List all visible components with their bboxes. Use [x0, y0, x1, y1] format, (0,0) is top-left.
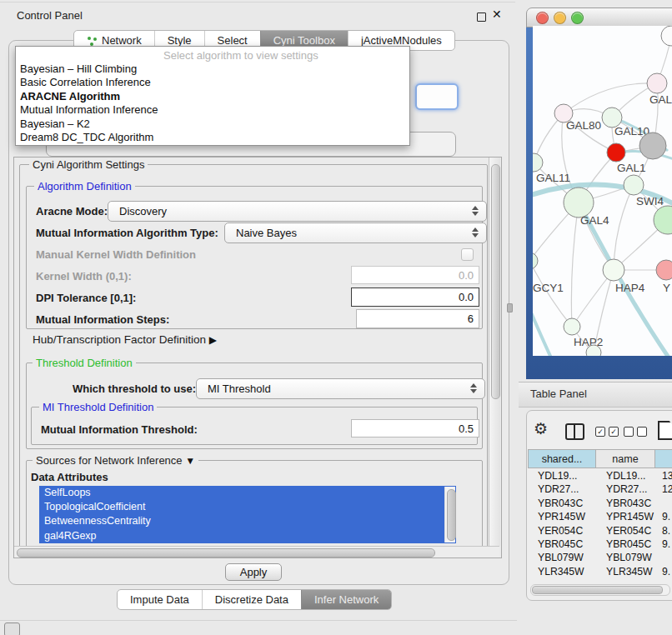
network-node-gal[interactable]	[647, 73, 667, 93]
table-panel: ⚙ ✓ ✓ shared... name YDL19...YDL19...13Y…	[526, 410, 672, 601]
table-cell: YPR145W	[528, 510, 596, 523]
table-header-row: shared... name	[528, 449, 672, 468]
hub-definition-toggle[interactable]: Hub/Transcription Factor Definition ▶	[33, 333, 217, 346]
scrollbar-thumb[interactable]	[532, 586, 663, 594]
which-threshold-combo[interactable]: MI Threshold	[196, 378, 485, 399]
dock-divider	[0, 620, 517, 621]
scrollbar-thumb[interactable]	[447, 489, 456, 541]
algorithm-option[interactable]: Mutual Information Inference	[16, 103, 409, 117]
docked-panel-icon[interactable]	[4, 622, 20, 635]
tab-label: Infer Network	[314, 593, 379, 606]
gear-icon[interactable]: ⚙	[534, 419, 548, 438]
table-row[interactable]: YBR043CYBR043C	[528, 497, 672, 510]
list-vertical-scrollbar[interactable]	[444, 487, 455, 542]
aracne-mode-combo[interactable]: Discovery	[108, 201, 487, 222]
table-cell: 12	[658, 482, 672, 496]
close-panel-icon[interactable]: ✕	[492, 8, 502, 21]
focused-combo-fragment[interactable]	[415, 83, 459, 110]
scrollbar-thumb[interactable]	[491, 164, 500, 399]
network-node-hap4[interactable]	[603, 259, 624, 281]
mi-threshold-value: 0.5	[459, 422, 474, 435]
network-edge[interactable]	[614, 185, 634, 270]
mi-threshold-label: Mutual Information Threshold:	[41, 423, 198, 436]
float-panel-icon[interactable]	[477, 12, 486, 22]
attribute-list-item[interactable]: TopologicalCoefficient	[39, 500, 456, 514]
column-header-shared-name[interactable]: shared...	[528, 449, 596, 468]
network-node[interactable]	[639, 132, 666, 159]
algorithm-dropdown-popup: Select algorithm to view settings Bayesi…	[15, 46, 410, 146]
mi-type-value: Naive Bayes	[236, 227, 297, 239]
dpi-tolerance-field[interactable]: 0.0	[351, 288, 479, 307]
table-row[interactable]: YBL079WYBL079W	[528, 551, 672, 564]
table-row[interactable]: YIL053CYIL053C9	[528, 578, 672, 580]
algorithm-option[interactable]: Bayesian – K2	[16, 118, 409, 131]
table-row[interactable]: YPR145WYPR145W9.	[528, 510, 672, 523]
tab-label: Select	[218, 34, 248, 47]
tab-label: Cyni Toolbox	[273, 34, 335, 47]
hub-definition-label: Hub/Transcription Factor Definition	[33, 333, 206, 346]
select-all-checkboxes-icon[interactable]: ✓ ✓	[595, 427, 619, 437]
table-row[interactable]: YBR045CYBR045C9.	[528, 538, 672, 551]
manual-kernel-checkbox[interactable]	[461, 248, 474, 261]
table-cell: YBR043C	[528, 497, 596, 510]
column-header-partial[interactable]	[655, 449, 672, 468]
tab-impute-data[interactable]: Impute Data	[118, 590, 202, 609]
network-node-swi4[interactable]	[624, 175, 644, 195]
attribute-list-item[interactable]: BetweennessCentrality	[39, 514, 456, 528]
network-node-gal4[interactable]	[564, 188, 594, 218]
network-view-canvas[interactable]: GALGAL80GAL10GAL1GAL11SWI4GAL4HAP4YGCY1H…	[533, 26, 672, 356]
close-window-icon[interactable]	[536, 12, 549, 24]
network-node-gal1[interactable]	[607, 143, 625, 162]
table-horizontal-scrollbar[interactable]	[530, 584, 670, 596]
table-row[interactable]: YDR27...YDR27...12	[528, 482, 672, 496]
network-node-gcy1[interactable]	[533, 252, 538, 269]
network-node-hap2[interactable]	[564, 318, 580, 335]
mi-algorithm-type-combo[interactable]: Naive Bayes	[224, 222, 487, 243]
attribute-list-item[interactable]: gal4RGexp	[39, 529, 456, 543]
tab-discretize-data[interactable]: Discretize Data	[202, 590, 301, 609]
table-row[interactable]: YER054CYER054C8.	[528, 524, 672, 538]
table-row[interactable]: YLR345WYLR345W9.	[528, 565, 672, 578]
column-header-name[interactable]: name	[596, 449, 655, 468]
tab-infer-network[interactable]: Infer Network	[301, 590, 391, 609]
settings-horizontal-scrollbar[interactable]	[14, 546, 499, 558]
aracne-mode-label: Aracne Mode:	[36, 205, 108, 218]
network-edge[interactable]	[571, 202, 579, 327]
sources-group-title[interactable]: Sources for Network Inference ▼	[33, 454, 198, 467]
checked-box-icon: ✓	[609, 427, 619, 437]
deselect-all-checkboxes-icon[interactable]	[624, 427, 647, 437]
network-node[interactable]	[586, 345, 601, 356]
data-attributes-list[interactable]: SelfLoopsTopologicalCoefficientBetweenne…	[39, 486, 456, 543]
apply-button[interactable]: Apply	[225, 563, 282, 581]
table-cell: YBR043C	[596, 497, 658, 510]
new-table-icon[interactable]	[658, 421, 672, 440]
network-node[interactable]	[661, 26, 672, 46]
zoom-window-icon[interactable]	[571, 12, 584, 24]
algorithm-option[interactable]: Bayesian – Hill Climbing	[16, 62, 409, 76]
algorithm-option[interactable]: Basic Correlation Inference	[16, 76, 409, 89]
table-cell: YIL053C	[596, 578, 658, 580]
network-node-gal11[interactable]	[533, 153, 543, 172]
network-node[interactable]	[654, 206, 672, 234]
network-node-y[interactable]	[656, 260, 672, 280]
mi-threshold-field[interactable]: 0.5	[351, 419, 479, 438]
tab-label: jActiveMNodules	[361, 34, 442, 47]
network-node-label: GCY1	[533, 282, 564, 294]
kernel-width-field[interactable]: 0.0	[351, 266, 479, 284]
table-panel-header: Table Panel	[519, 382, 672, 408]
settings-vertical-scrollbar[interactable]	[489, 158, 500, 546]
attribute-list-item[interactable]: SelfLoops	[39, 486, 456, 500]
mi-steps-field[interactable]: 6	[356, 309, 479, 328]
algorithm-option[interactable]: ARACNE Algorithm	[16, 90, 409, 103]
network-window-titlebar[interactable]	[526, 8, 672, 28]
column-layout-icon[interactable]	[565, 423, 584, 440]
scrollbar-thumb[interactable]	[17, 548, 435, 558]
table-cell: YIL053C	[528, 578, 596, 580]
network-edge[interactable]	[533, 162, 534, 261]
network-edge-thick[interactable]	[533, 301, 566, 356]
splitter-handle[interactable]	[507, 303, 513, 312]
network-graph[interactable]: GALGAL80GAL10GAL1GAL11SWI4GAL4HAP4YGCY1H…	[533, 26, 672, 356]
minimize-window-icon[interactable]	[554, 12, 566, 24]
table-row[interactable]: YDL19...YDL19...13	[528, 469, 672, 482]
algorithm-option[interactable]: Dream8 DC_TDC Algorithm	[16, 131, 409, 144]
